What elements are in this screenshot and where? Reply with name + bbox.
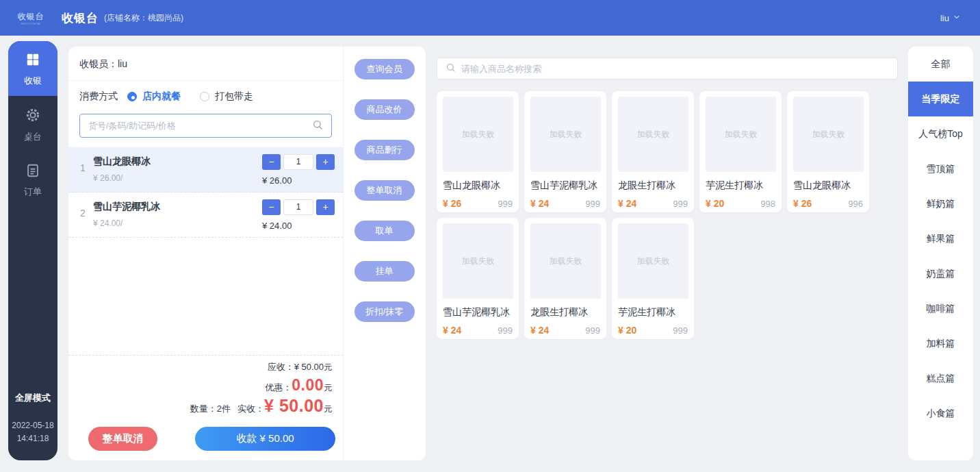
app-logo: 收银台 SHOUYINTAI xyxy=(15,10,47,25)
product-price: ¥ 26 xyxy=(443,198,461,209)
qty-input[interactable]: 1 xyxy=(283,199,313,215)
cart-item-main: 雪山芋泥椰乳冰 ¥ 24.00/ xyxy=(90,199,262,231)
cart-item-row[interactable]: 2 雪山芋泥椰乳冰 ¥ 24.00/ − 1 + ¥ 24.00 xyxy=(68,192,343,238)
sidebar-item-label: 桌台 xyxy=(8,131,57,143)
category-item[interactable]: 咖啡篇 xyxy=(908,291,973,326)
category-item[interactable]: 加料篇 xyxy=(908,326,973,361)
category-item[interactable]: 雪顶篇 xyxy=(908,151,973,186)
category-item[interactable]: 人气榜Top xyxy=(908,116,973,151)
checkout-button[interactable]: 收款 ¥ 50.00 xyxy=(195,427,335,451)
consume-mode-row: 消费方式 店内就餐 打包带走 xyxy=(68,81,343,104)
category-item[interactable]: 小食篇 xyxy=(908,396,973,431)
cart: 收银员：liu 消费方式 店内就餐 打包带走 1 xyxy=(68,47,344,460)
product-price: ¥ 20 xyxy=(706,198,724,209)
sidebar-item-cashier[interactable]: 收银 xyxy=(8,41,57,96)
action-pill-button[interactable]: 商品删行 xyxy=(354,140,415,160)
product-card[interactable]: 加载失败 芋泥生打椰冰 ¥ 20 999 xyxy=(612,218,694,339)
category-sidebar: 全部 当季限定 人气榜Top 雪顶篇 鲜奶篇 鲜果篇 奶盖篇 咖啡篇 加料篇 糕… xyxy=(908,47,973,460)
cart-item-right: − 1 + ¥ 26.00 xyxy=(262,154,335,186)
action-pill-button[interactable]: 挂单 xyxy=(354,261,415,282)
cancel-order-button[interactable]: 整单取消 xyxy=(88,427,157,451)
fullscreen-toggle[interactable]: 全屏模式 xyxy=(12,392,53,404)
search-icon[interactable] xyxy=(312,119,323,133)
search-icon xyxy=(446,62,461,75)
product-meta: ¥ 24 999 xyxy=(443,325,513,336)
due-label: 应收： xyxy=(268,361,294,373)
product-stock: 996 xyxy=(848,199,863,209)
cart-spacer xyxy=(68,238,343,355)
product-name: 芋泥生打椰冰 xyxy=(618,306,688,319)
product-card[interactable]: 加载失败 芋泥生打椰冰 ¥ 20 998 xyxy=(699,91,782,212)
product-price: ¥ 24 xyxy=(530,198,549,209)
discount-row: 优惠： 0.00 元 xyxy=(79,376,332,395)
action-pill-button[interactable]: 整单取消 xyxy=(354,180,415,201)
product-stock: 999 xyxy=(585,325,600,336)
qty-paid-row: 数量： 2件 实收： ¥ 50.00 元 xyxy=(79,396,332,416)
product-search-box xyxy=(437,58,898,79)
store-name-label: (店铺名称：桃园尚品) xyxy=(104,12,183,24)
product-image-placeholder: 加载失败 xyxy=(530,223,601,299)
action-pill-button[interactable]: 折扣/抹零 xyxy=(354,301,415,322)
cart-item-right: − 1 + ¥ 24.00 xyxy=(262,199,335,231)
logo-subtext: SHOUYINTAI xyxy=(15,23,47,25)
cashier-name-line: 收银员：liu xyxy=(68,47,343,81)
action-pill-button[interactable]: 取单 xyxy=(354,221,415,241)
product-image-placeholder: 加载失败 xyxy=(443,97,513,172)
radio-label: 打包带走 xyxy=(215,90,253,103)
gear-icon xyxy=(25,114,41,125)
user-menu[interactable]: liu xyxy=(940,13,961,23)
product-stock: 999 xyxy=(498,325,513,336)
product-price: ¥ 26 xyxy=(793,198,812,209)
product-stock: 999 xyxy=(585,199,600,209)
category-item[interactable]: 鲜果篇 xyxy=(908,221,973,256)
category-item[interactable]: 全部 xyxy=(908,47,973,82)
product-image-placeholder: 加载失败 xyxy=(706,97,776,172)
product-card[interactable]: 加载失败 雪山龙眼椰冰 ¥ 26 999 xyxy=(437,91,519,212)
radio-takeaway[interactable]: 打包带走 xyxy=(200,90,253,103)
cart-item-row[interactable]: 1 雪山龙眼椰冰 ¥ 26.00/ − 1 + ¥ 26.00 xyxy=(68,147,343,192)
cart-item-main: 雪山龙眼椰冰 ¥ 26.00/ xyxy=(90,154,262,186)
category-item[interactable]: 鲜奶篇 xyxy=(908,186,973,221)
discount-label: 优惠： xyxy=(265,382,292,394)
product-search-input[interactable] xyxy=(461,64,889,74)
qty-minus-button[interactable]: − xyxy=(262,154,281,170)
cart-item-list: 1 雪山龙眼椰冰 ¥ 26.00/ − 1 + ¥ 26.00 xyxy=(68,147,343,238)
sidebar-item-label: 收银 xyxy=(8,75,57,87)
product-card[interactable]: 加载失败 龙眼生打椰冰 ¥ 24 999 xyxy=(612,91,694,212)
cart-item-total: ¥ 26.00 xyxy=(262,175,335,186)
qty-minus-button[interactable]: − xyxy=(262,199,281,215)
product-name: 龙眼生打椰冰 xyxy=(618,179,688,192)
radio-dot-unselected xyxy=(200,92,209,101)
product-meta: ¥ 24 999 xyxy=(530,198,600,209)
product-card[interactable]: 加载失败 雪山芋泥椰乳冰 ¥ 24 999 xyxy=(437,218,519,339)
radio-dine-in[interactable]: 店内就餐 xyxy=(127,90,181,103)
grid-icon xyxy=(25,58,40,69)
product-card[interactable]: 加载失败 龙眼生打椰冰 ¥ 24 999 xyxy=(524,218,606,339)
totals-block: 应收： ¥ 50.00 元 优惠： 0.00 元 数量： 2件 实收： ¥ 50… xyxy=(68,355,343,419)
product-name: 雪山芋泥椰乳冰 xyxy=(530,179,600,192)
product-price: ¥ 24 xyxy=(618,198,636,209)
discount-unit: 元 xyxy=(324,382,332,394)
category-item[interactable]: 糕点篇 xyxy=(908,361,973,396)
qty-plus-button[interactable]: + xyxy=(316,199,335,215)
action-pill-button[interactable]: 查询会员 xyxy=(354,59,415,79)
cart-item-name: 雪山芋泥椰乳冰 xyxy=(93,201,262,213)
radio-dot-selected xyxy=(127,92,137,101)
category-item[interactable]: 当季限定 xyxy=(908,82,973,116)
category-item[interactable]: 奶盖篇 xyxy=(908,256,973,291)
product-stock: 999 xyxy=(673,325,688,336)
product-card[interactable]: 加载失败 雪山芋泥椰乳冰 ¥ 24 999 xyxy=(524,91,606,212)
product-name: 芋泥生打椰冰 xyxy=(706,179,775,192)
paid-label: 实收： xyxy=(237,403,264,415)
product-price: ¥ 24 xyxy=(443,325,461,336)
action-pill-button[interactable]: 商品改价 xyxy=(354,99,415,120)
product-card[interactable]: 加载失败 雪山龙眼椰冰 ¥ 26 996 xyxy=(787,91,869,212)
due-value: ¥ 50.00 xyxy=(294,362,324,372)
sidebar-item-tables[interactable]: 桌台 xyxy=(8,96,57,152)
qty-plus-button[interactable]: + xyxy=(316,154,335,170)
product-stock: 998 xyxy=(760,199,775,209)
sidebar-item-orders[interactable]: 订单 xyxy=(8,152,57,207)
cart-search-input[interactable] xyxy=(88,121,312,131)
chevron-down-icon xyxy=(953,13,961,23)
qty-input[interactable]: 1 xyxy=(283,154,313,170)
